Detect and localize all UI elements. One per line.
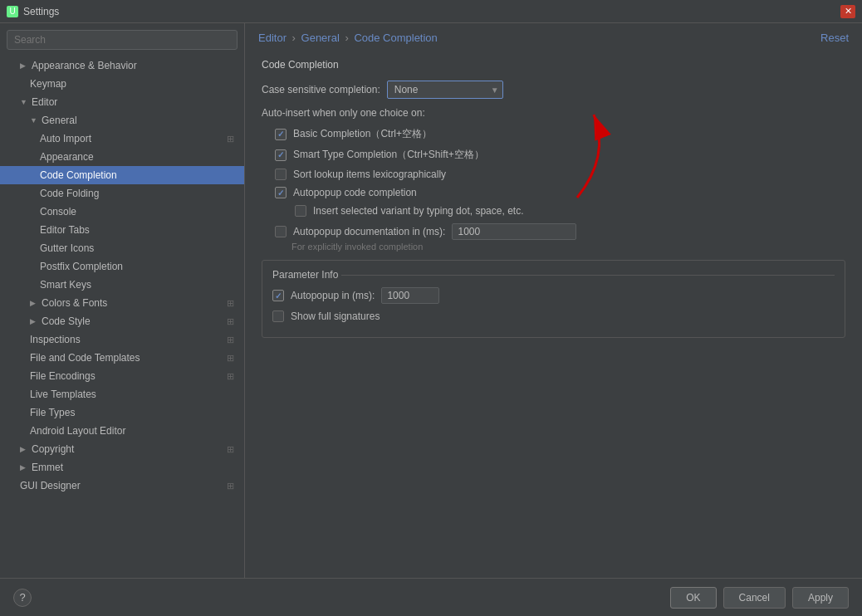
sidebar-item-copyright[interactable]: ▶ Copyright ⊞ [0,440,244,458]
smart-type-label: Smart Type Completion（Ctrl+Shift+空格） [293,148,484,162]
apply-button[interactable]: Apply [792,587,849,609]
copy-icon: ⊞ [227,371,234,382]
sidebar-label: GUI Designer [20,480,81,491]
insert-selected-checkbox[interactable] [295,205,306,217]
main-layout: ▶ Appearance & Behavior Keymap ▼ Editor … [0,23,862,578]
arrow-icon: ▶ [30,317,38,325]
sidebar-item-live-templates[interactable]: Live Templates [0,385,244,403]
sidebar-label: Copyright [32,443,74,455]
sidebar-label: Code Completion [40,169,117,181]
autopopup-ms-input[interactable] [381,287,439,304]
sidebar-item-file-code-templates[interactable]: File and Code Templates ⊞ [0,349,244,367]
sidebar-label: Console [40,206,76,218]
sort-lookup-row: Sort lookup items lexicographically [262,169,845,180]
copy-icon: ⊞ [227,481,234,491]
window-title: Settings [23,6,835,17]
cancel-button[interactable]: Cancel [723,587,786,609]
copy-icon: ⊞ [227,335,234,345]
case-sensitive-row: Case sensitive completion: None All Firs… [262,81,845,99]
help-button[interactable]: ? [13,589,32,607]
ok-button[interactable]: OK [670,587,716,609]
sidebar-label: Live Templates [30,389,96,400]
basic-completion-checkbox[interactable] [275,129,287,140]
parameter-info-group: Parameter Info Autopopup in (ms): Show f… [262,260,845,338]
case-sensitive-select[interactable]: None All First letter [387,81,503,99]
sidebar-item-keymap[interactable]: Keymap [0,75,244,93]
sidebar-label: File Encodings [30,370,96,382]
sidebar-item-editor-tabs[interactable]: Editor Tabs [0,221,244,239]
show-full-sigs-label: Show full signatures [291,310,380,322]
arrow-icon: ▶ [30,299,38,307]
breadcrumb: Editor › General › Code Completion [258,32,438,44]
sidebar-label: Smart Keys [40,279,91,291]
case-sensitive-dropdown-wrap: None All First letter ▼ [387,81,503,99]
insert-selected-row: Insert selected variant by typing dot, s… [262,205,845,217]
sidebar-item-code-folding[interactable]: Code Folding [0,184,244,203]
search-input[interactable] [7,30,238,50]
copy-icon: ⊞ [227,316,234,327]
sidebar-item-file-encodings[interactable]: File Encodings ⊞ [0,367,244,385]
sidebar-item-inspections[interactable]: Inspections ⊞ [0,330,244,349]
app-icon: U [7,6,18,17]
sidebar-item-android-layout-editor[interactable]: Android Layout Editor [0,422,244,440]
sort-lookup-label: Sort lookup items lexicographically [293,169,446,180]
sidebar-item-postfix-completion[interactable]: Postfix Completion [0,257,244,276]
title-bar: U Settings ✕ [0,0,862,23]
sidebar-label: Editor [32,96,57,108]
sidebar-item-code-style[interactable]: ▶ Code Style ⊞ [0,312,244,330]
sidebar-item-code-completion[interactable]: Code Completion [0,166,244,184]
basic-completion-row: Basic Completion（Ctrl+空格） [262,127,845,141]
sidebar-item-colors-fonts[interactable]: ▶ Colors & Fonts ⊞ [0,294,244,312]
sidebar-item-appearance[interactable]: Appearance [0,148,244,166]
sidebar-item-emmet[interactable]: ▶ Emmet [0,458,244,477]
sidebar-label: General [42,115,77,126]
arrow-icon: ▶ [20,61,28,70]
autopopup-code-label: Autopopup code completion [293,187,417,198]
parameter-info-title: Parameter Info [272,269,835,281]
sidebar-item-appearance-behavior[interactable]: ▶ Appearance & Behavior [0,56,244,75]
sidebar-label: File Types [30,407,75,418]
autopopup-doc-input[interactable] [452,223,576,240]
autopopup-ms-label: Autopopup in (ms): [291,290,375,301]
content-body: Code Completion Case sensitive completio… [245,49,862,578]
sidebar-label: Auto Import [40,133,91,144]
group-line [341,275,835,276]
sidebar-item-file-types[interactable]: File Types [0,403,244,422]
autopopup-ms-row: Autopopup in (ms): [272,287,835,304]
sidebar-item-editor[interactable]: ▼ Editor [0,93,244,111]
show-full-sigs-checkbox[interactable] [272,310,284,322]
sidebar-item-console[interactable]: Console [0,203,244,221]
breadcrumb-general: General [301,32,340,44]
autopopup-ms-checkbox[interactable] [272,290,284,301]
sidebar-label: Keymap [30,78,66,90]
auto-insert-label: Auto-insert when only one choice on: [262,107,425,119]
sidebar-item-gutter-icons[interactable]: Gutter Icons [0,239,244,257]
sidebar-label: Code Folding [40,188,99,199]
smart-type-checkbox[interactable] [275,149,287,161]
reset-link[interactable]: Reset [820,32,849,44]
show-full-sigs-row: Show full signatures [272,310,835,322]
sidebar-label: Postfix Completion [40,261,123,272]
sidebar-item-auto-import[interactable]: Auto Import ⊞ [0,130,244,148]
arrow-icon: ▼ [30,116,38,125]
sidebar-item-smart-keys[interactable]: Smart Keys [0,276,244,294]
sort-lookup-checkbox[interactable] [275,169,287,180]
sidebar-item-general[interactable]: ▼ General [0,111,244,130]
sidebar: ▶ Appearance & Behavior Keymap ▼ Editor … [0,23,245,578]
insert-selected-label: Insert selected variant by typing dot, s… [313,205,523,217]
sidebar-item-gui-designer[interactable]: GUI Designer ⊞ [0,477,244,495]
copy-icon: ⊞ [227,444,234,455]
sidebar-label: Editor Tabs [40,224,90,236]
autopopup-doc-label: Autopopup documentation in (ms): [293,226,445,237]
copy-icon: ⊞ [227,353,234,364]
sidebar-label: Appearance & Behavior [32,60,137,71]
autopopup-doc-row: Autopopup documentation in (ms): [262,223,845,240]
breadcrumb-current: Code Completion [354,32,437,44]
autopopup-doc-checkbox[interactable] [275,226,287,237]
autopopup-code-checkbox[interactable] [275,187,287,198]
sidebar-label: Appearance [40,151,94,163]
content-area: Editor › General › Code Completion Reset… [245,23,862,578]
close-button[interactable]: ✕ [840,5,855,18]
sidebar-label: Emmet [32,462,63,473]
sidebar-label: Android Layout Editor [30,425,125,437]
